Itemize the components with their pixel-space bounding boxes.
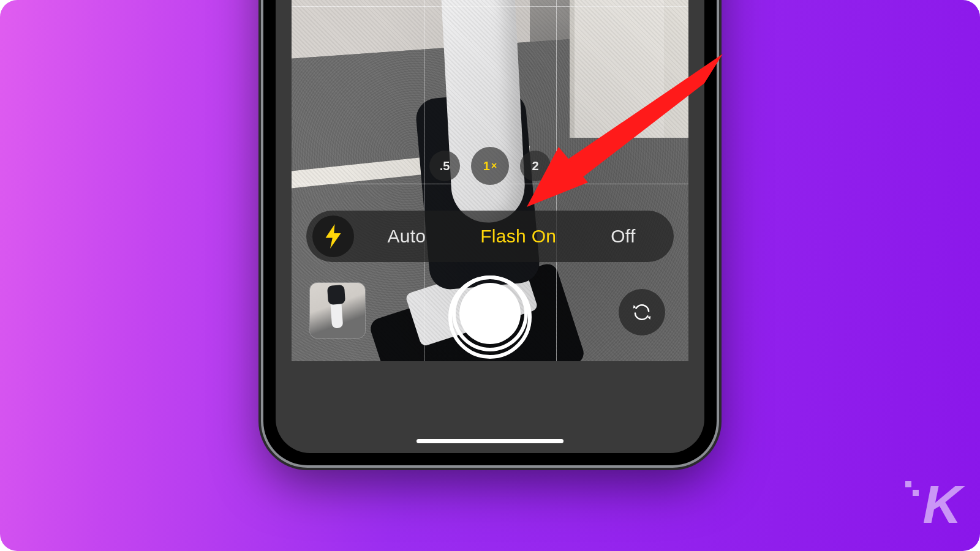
flash-options-row: Auto Flash On Off [360,222,663,250]
zoom-option-0_5x[interactable]: .5 [429,151,460,181]
scene-door [570,0,688,138]
watermark-dots-icon [905,481,920,496]
iphone-screen: .5 1× 2 Auto [276,0,704,453]
flash-bolt-icon [324,224,342,249]
zoom-label: .5 [440,159,450,173]
watermark-letter: K [922,474,959,534]
flash-option-on[interactable]: Flash On [474,222,562,250]
flip-camera-icon [630,301,654,324]
zoom-label: 2 [532,159,538,173]
article-hero-frame: .5 1× 2 Auto [0,0,980,551]
flash-icon-badge[interactable] [312,216,354,257]
last-photo-thumbnail[interactable] [310,283,365,338]
flash-option-label: Auto [387,226,426,246]
watermark-logo: K [922,478,959,531]
flash-mode-strip: Auto Flash On Off [306,211,674,262]
flip-camera-button[interactable] [619,289,665,335]
flash-option-label: Flash On [480,226,556,246]
zoom-option-2x[interactable]: 2 [520,151,551,181]
flash-option-auto[interactable]: Auto [381,222,432,250]
zoom-level-selector: .5 1× 2 [429,147,551,185]
shutter-button[interactable] [452,276,528,351]
iphone-device-frame: .5 1× 2 Auto [263,0,717,465]
composition-grid-line [424,0,424,361]
flash-option-label: Off [611,226,635,246]
composition-grid-line [556,0,557,361]
zoom-label: 1 [483,159,490,173]
composition-grid-line [292,6,688,7]
home-indicator[interactable] [417,439,564,443]
zoom-option-1x[interactable]: 1× [471,147,509,185]
zoom-suffix: × [491,160,497,171]
flash-option-off[interactable]: Off [605,222,641,250]
